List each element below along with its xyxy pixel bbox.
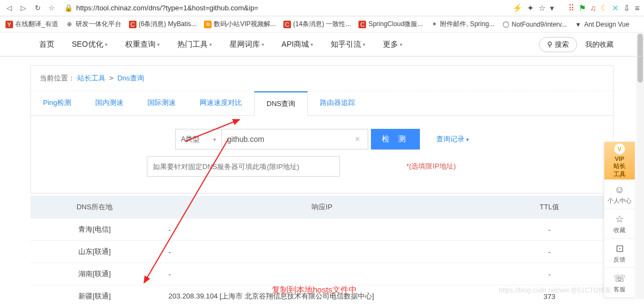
feedback[interactable]: ⊡反馈: [604, 239, 635, 268]
nav-item[interactable]: 首页: [30, 40, 63, 49]
browser-toolbar: ◁ ▷ ↻ ☆ 🔒 https://tool.chinaz.com/dns/?t…: [0, 0, 644, 16]
top-nav: 首页SEO优化▾权重查询▾热门工具▾星网词库▾API商城▾知乎引流▾更多▾ ⚲搜…: [0, 33, 644, 57]
home-icon[interactable]: ☆: [47, 3, 57, 13]
bookmark-item[interactable]: ≋数码小站VIP视频解...: [204, 20, 275, 29]
ip-hint: *(选填限IP地址): [406, 161, 456, 171]
favorite[interactable]: ☆收藏: [604, 209, 635, 239]
search-icon: ⚲: [547, 40, 553, 48]
nav-item[interactable]: SEO优化▾: [63, 40, 116, 49]
bookmark-icon: ⊕: [66, 21, 73, 28]
chevron-down-icon: ▾: [363, 42, 366, 47]
breadcrumb-tool[interactable]: 站长工具: [77, 74, 106, 82]
bookmarks-bar: Y在线翻译_有道⊕研发一体化平台C(6条消息) MyBatis...≋数码小站V…: [0, 16, 644, 33]
nav-item[interactable]: API商城▾: [273, 40, 323, 49]
chevron-down-icon: ▾: [262, 42, 264, 47]
reload-icon[interactable]: ↻: [33, 3, 42, 13]
bookmark-icon: C: [358, 21, 366, 28]
chevron-down-icon: ▾: [311, 42, 313, 47]
table-row: 青海[电信]--: [30, 219, 614, 241]
chevron-down-icon: ▾: [213, 136, 216, 142]
support-icon: ☏: [614, 272, 626, 284]
bookmark-item[interactable]: ◯NotFound9/interv...: [502, 21, 567, 28]
feedback-icon: ⊡: [616, 242, 624, 254]
ext2-icon[interactable]: ⚑: [579, 3, 586, 13]
col-ttl: TTL值: [485, 196, 614, 219]
chevron-down-icon: ▾: [209, 42, 212, 47]
clear-icon[interactable]: ×: [355, 134, 360, 144]
bookmark-item[interactable]: ✶附件邮件, Spring...: [430, 20, 494, 29]
side-float-panel: V VIP站长工具 ☺个人中心 ☆收藏 ⊡反馈 ☏客服: [604, 141, 635, 298]
chevron-down-icon: ▾: [105, 42, 108, 47]
page-content: 首页SEO优化▾权重查询▾热门工具▾星网词库▾API商城▾知乎引流▾更多▾ ⚲搜…: [0, 33, 644, 305]
subtab[interactable]: 国内测速: [83, 91, 135, 115]
watermark: https://blog.csdn.net/wei @51CTO博客: [499, 286, 611, 295]
ext1-icon[interactable]: ⠿: [568, 3, 574, 13]
bookmark-item[interactable]: C(14条消息) 一致性...: [283, 20, 351, 29]
bookmark-icon: ≋: [204, 21, 212, 28]
bookmark-icon: ▼: [574, 21, 582, 28]
subtab[interactable]: 路由器追踪: [308, 91, 367, 115]
url-text: https://tool.chinaz.com/dns/?type=1&host…: [76, 4, 505, 12]
user-icon: ☺: [615, 184, 624, 196]
search-button[interactable]: ⚲搜索: [539, 37, 577, 52]
record-type-select[interactable]: A类型 ▾: [175, 129, 221, 150]
host-input[interactable]: [221, 129, 368, 150]
chevron-down-icon: ▾: [400, 42, 403, 47]
toolbar-right-icons: ⚡ ✦ ☆ ▾ ⠿ ⚑ ♫ ☾ ✕ ⇩ ≡: [512, 3, 640, 13]
col-location: DNS所在地: [30, 196, 159, 219]
ip-input[interactable]: [147, 156, 340, 177]
my-favorites-link[interactable]: 我的收藏: [585, 40, 614, 49]
bookmark-item[interactable]: C(6条消息) MyBatis...: [129, 20, 197, 29]
detect-button[interactable]: 检 测: [371, 129, 420, 150]
main-card: 当前位置： 站长工具 > Dns查询 Ping检测国内测速国际测速网速速度对比D…: [30, 65, 614, 194]
nav-item[interactable]: 知乎引流▾: [322, 40, 374, 49]
nav-item[interactable]: 更多▾: [374, 40, 411, 49]
moon-icon[interactable]: ☾: [600, 3, 608, 13]
bookmark-icon: Y: [5, 21, 13, 28]
forward-icon[interactable]: ▷: [18, 3, 28, 13]
bookmark-item[interactable]: ⊕研发一体化平台: [66, 20, 121, 29]
bookmark-icon: C: [283, 21, 291, 28]
subtab[interactable]: DNS查询: [254, 91, 308, 116]
menu-icon[interactable]: ≡: [635, 3, 640, 13]
subtab[interactable]: 网速速度对比: [188, 91, 254, 115]
nav-item[interactable]: 星网词库▾: [221, 40, 273, 49]
bookmark-item[interactable]: Y在线翻译_有道: [5, 20, 58, 29]
back-icon[interactable]: ◁: [4, 3, 14, 13]
caret-icon[interactable]: ▾: [550, 3, 554, 13]
url-bar[interactable]: 🔒 https://tool.chinaz.com/dns/?type=1&ho…: [64, 4, 505, 12]
breadcrumb-dns[interactable]: Dns查询: [117, 74, 144, 82]
bookmark-icon: ✶: [430, 21, 438, 28]
bolt-icon[interactable]: ⚡: [512, 3, 523, 13]
sparkle-icon[interactable]: ✦: [527, 3, 534, 13]
lock-icon: 🔒: [64, 4, 73, 12]
breadcrumb: 当前位置： 站长工具 > Dns查询: [31, 66, 613, 91]
x-icon[interactable]: ✕: [612, 3, 619, 13]
sub-tabs: Ping检测国内测速国际测速网速速度对比DNS查询路由器追踪: [31, 91, 613, 116]
history-link[interactable]: 查询记录 ▾: [436, 134, 469, 144]
star-icon: ☆: [615, 213, 624, 225]
bookmark-icon: C: [129, 21, 137, 28]
vip-badge[interactable]: V VIP站长工具: [604, 142, 635, 180]
col-ip: 响应IP: [159, 196, 485, 219]
nav-item[interactable]: 热门工具▾: [169, 40, 221, 49]
subtab[interactable]: Ping检测: [31, 91, 83, 115]
user-center[interactable]: ☺个人中心: [604, 180, 635, 209]
chevron-down-icon: ▾: [466, 136, 469, 142]
bookmark-item[interactable]: CSpringCloud微服...: [358, 20, 423, 29]
table-row: 山东[联通]--: [30, 241, 614, 263]
star-icon[interactable]: ☆: [538, 3, 546, 13]
bookmark-item[interactable]: ▼Ant Design Vue: [574, 21, 629, 28]
nav-item[interactable]: 权重查询▾: [116, 40, 169, 49]
bookmark-icon: ◯: [502, 21, 510, 28]
table-row: 湖南[联通]--: [30, 263, 614, 285]
download-icon[interactable]: ⇩: [623, 3, 630, 13]
query-form: A类型 ▾ × 检 测 查询记录 ▾ *(选填限IP地址): [31, 116, 613, 193]
chevron-down-icon: ▾: [157, 42, 160, 47]
music-icon[interactable]: ♫: [590, 3, 596, 13]
subtab[interactable]: 国际测速: [135, 91, 188, 115]
